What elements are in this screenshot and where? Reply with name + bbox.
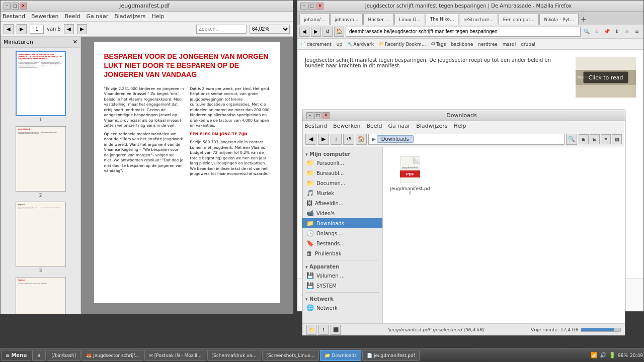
pdf-sidebar-close-btn[interactable]: ✕ (73, 39, 77, 45)
pdf-menu-help[interactable]: Help (152, 13, 165, 20)
dl-sidebar-netwerk[interactable]: 🌐 Netwerk (302, 303, 382, 313)
pdf-menu-bewerken[interactable]: Bewerken (31, 13, 58, 20)
browser-refresh-btn[interactable]: ↺ (323, 27, 333, 37)
pdf-next-page-btn[interactable]: ▶ (77, 24, 87, 34)
downloads-maximize-btn[interactable]: □ (314, 112, 321, 119)
pdf-menu-bladwijzers[interactable]: Bladwijzers (114, 13, 145, 20)
pdf-back-btn[interactable]: ◀ (4, 24, 14, 34)
dl-sidebar-documen[interactable]: 📁 Documen... (302, 178, 382, 188)
dl-menu-bestand[interactable]: Bestand (304, 123, 327, 129)
dl-home-btn[interactable]: 🏠 (356, 134, 367, 145)
dl-menu-bladwijzers[interactable]: Bladwijzers (416, 123, 447, 129)
taskbar-pdf-btn[interactable]: 📄 jeugdmanifest.pdf (362, 350, 420, 361)
bookmark-backbone[interactable]: backbone (449, 41, 474, 47)
browser-close-btn[interactable]: ✕ (316, 3, 324, 10)
pdf-forward-btn[interactable]: ▶ (17, 24, 27, 34)
pdf-thumbnail-3[interactable]: Pagina 3 Verdere inhoud van het manifest… (4, 202, 77, 273)
pdf-window-controls[interactable]: – □ ✕ (4, 3, 27, 10)
pdf-prev-page-btn[interactable]: ◀ (64, 24, 74, 34)
taskbar-postvak-btn[interactable]: ✉ [Postvak IN - Mozill... (144, 350, 206, 361)
dl-sidebar-muziek[interactable]: 🎵 Muziek (302, 188, 382, 198)
dl-sidebar-afbeeldin[interactable]: 🖼 Afbeeldin... (302, 198, 382, 208)
dl-menu-beeld[interactable]: Beeld (366, 123, 382, 129)
pdf-search-input[interactable] (196, 25, 247, 34)
browser-home2-icon[interactable]: ⌂ (622, 27, 631, 36)
dl-view-list-btn[interactable]: ≡ (601, 134, 611, 144)
browser-tab-0[interactable]: johanv/... (299, 14, 330, 25)
dl-view-extra-btn[interactable]: ⊟ (590, 134, 600, 144)
pdf-thumbnail-2[interactable]: HOOFDSTUK 2 Lorem ipsum jeugdwerk conten… (4, 126, 77, 198)
browser-tab-2[interactable]: Hacker ... (363, 14, 394, 25)
browser-tab-4[interactable]: The Niko... (426, 14, 459, 25)
taskbar-jeugdsector-btn[interactable]: 🦊 Jeugdsector schrijf... (82, 350, 143, 361)
dl-search-btn[interactable]: 🔍 (566, 134, 577, 145)
dl-file-jeugdmanifest[interactable]: PDF jeugdmanifest jeugdmanifest.pdf (388, 152, 432, 198)
dl-sidebar-volumen[interactable]: 💾 Volumen ... (302, 270, 382, 281)
taskbar-desktop-btn[interactable]: 🖥 (32, 350, 46, 361)
pdf-close-btn[interactable]: ✕ (20, 3, 27, 10)
dl-sidebar-bestands[interactable]: 🔖 Bestands... (302, 238, 382, 248)
click-to-read-overlay[interactable]: Click to read (583, 72, 628, 83)
browser-star-icon[interactable]: ☆ (592, 27, 601, 36)
browser-tab-6[interactable]: Een comput... (499, 14, 539, 25)
pdf-menu-ganaar[interactable]: Ga naar (87, 13, 109, 20)
dl-refresh-btn[interactable]: ↺ (343, 134, 354, 145)
dl-expand-mijn-computer[interactable]: ▾ (305, 152, 308, 157)
browser-tab-3[interactable]: Linux O... (394, 14, 425, 25)
bookmark-drupal[interactable]: drupal (519, 41, 537, 47)
taskbar-screenshots-btn[interactable]: [Screenshots_Linux... (262, 350, 319, 361)
dl-path-segment-downloads[interactable]: Downloads (377, 135, 414, 143)
browser-menu-icon[interactable]: ≡ (632, 27, 641, 36)
dl-up-btn[interactable]: ↑ (331, 134, 342, 145)
browser-download-icon[interactable]: ⬇ (612, 27, 621, 36)
pdf-maximize-btn[interactable]: □ (12, 3, 19, 10)
browser-search-icon[interactable]: 🔍 (582, 27, 591, 36)
browser-maximize-btn[interactable]: □ (308, 3, 315, 10)
browser-tab-5[interactable]: reStructure... (459, 14, 498, 25)
bookmark-aardvark[interactable]: 🔧Aardvark (346, 41, 375, 47)
dl-sidebar-persoonli[interactable]: 📁 Persoonli... (302, 158, 382, 168)
browser-tab-7[interactable]: Nikola - Pyt... (539, 14, 578, 25)
bookmark-decrement[interactable]: 📄decrement (299, 41, 333, 47)
browser-bookmark-icon[interactable]: 📌 (602, 27, 611, 36)
dl-back-btn[interactable]: ◀ (305, 134, 316, 145)
pdf-menu-beeld[interactable]: Beeld (64, 13, 80, 20)
dl-sidebar-system[interactable]: 💾 SYSTEM (302, 281, 382, 291)
dl-view-side-btn[interactable]: ⊞ (579, 134, 589, 144)
dl-statusbar-btn-3[interactable]: ⬛ (331, 325, 341, 335)
browser-home-btn[interactable]: 🏠 (334, 27, 344, 37)
dl-view-details-btn[interactable]: ▤ (612, 134, 622, 144)
bookmark-nerdtree[interactable]: nerdtree (476, 41, 499, 47)
browser-minimize-btn[interactable]: – (300, 3, 307, 10)
downloads-close-btn[interactable]: ✕ (323, 112, 330, 119)
bookmark-up[interactable]: up (335, 41, 344, 47)
pdf-minimize-btn[interactable]: – (4, 3, 11, 10)
dl-statusbar-btn-2[interactable]: 1 (318, 325, 329, 335)
browser-window-controls[interactable]: – □ ✕ (300, 3, 324, 10)
dl-menu-bewerken[interactable]: Bewerken (333, 123, 360, 129)
dl-sidebar-downloads[interactable]: 📁 Downloads (302, 218, 382, 228)
taskbar-downloads-btn[interactable]: 📁 Downloads (320, 350, 361, 361)
dl-menu-ganaar[interactable]: Ga naar (388, 123, 411, 129)
pdf-page-input[interactable] (30, 25, 44, 34)
browser-url-bar[interactable] (346, 27, 581, 37)
browser-forward-btn[interactable]: ▶ (311, 27, 321, 37)
browser-tab-1[interactable]: johanv/b... (330, 14, 363, 25)
dl-expand-apparaten[interactable]: ▾ (305, 264, 308, 269)
dl-sidebar-videos[interactable]: 📹 Video's (302, 208, 382, 218)
dl-forward-btn[interactable]: ▶ (318, 134, 329, 145)
dl-statusbar-btn-1[interactable]: 📁 (306, 325, 316, 335)
dl-sidebar-prullenbak[interactable]: 🗑 Prullenbak (302, 248, 382, 258)
bookmark-mssql[interactable]: mssql (501, 41, 517, 47)
taskbar-bash-btn[interactable]: [/bin/bash] (47, 350, 80, 361)
taskbar-menu-btn[interactable]: ≡ Menu (1, 350, 31, 361)
bookmark-tags[interactable]: 🏷Tags (429, 41, 447, 47)
dl-sidebar-onlangs[interactable]: 🕒 Onlangs ... (302, 228, 382, 238)
taskbar-scherm-btn[interactable]: [Schermafdruk va... (207, 350, 261, 361)
pdf-thumbnail-1[interactable]: BESPAREN VOOR DE JONGEREN VAN MORGEN LUK… (4, 51, 77, 122)
dl-sidebar-bureaubl[interactable]: 📁 Bureaubl... (302, 168, 382, 178)
pdf-thumbnail-4[interactable]: Pagina 4 Conclusies en aanbevelingen voo… (4, 277, 77, 314)
browser-back-btn[interactable]: ◀ (299, 27, 309, 37)
pdf-menu-bestand[interactable]: Bestand (3, 13, 25, 20)
new-tab-btn[interactable]: + (579, 14, 588, 25)
